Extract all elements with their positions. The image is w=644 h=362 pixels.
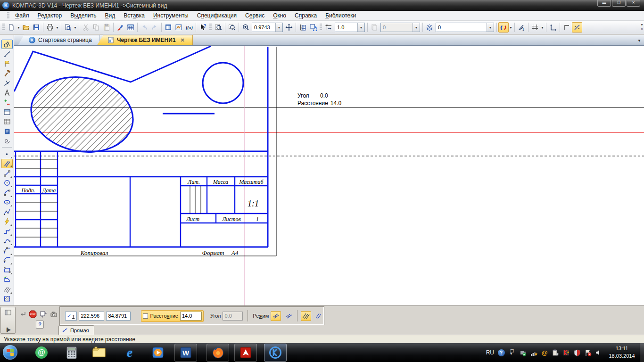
mode-hatch-on-button[interactable] <box>301 311 311 321</box>
print-button[interactable] <box>45 22 55 33</box>
hatch-tool-button[interactable] <box>1 294 13 304</box>
menu-справка[interactable]: Справка <box>290 11 321 20</box>
rectangle-tool-button[interactable] <box>1 265 13 275</box>
dock-expand-icon[interactable]: ▐▶ <box>5 328 11 332</box>
create-object-button[interactable] <box>18 310 27 319</box>
designations-panel-button[interactable] <box>1 59 13 68</box>
mode-hatch-off-button[interactable] <box>313 311 323 321</box>
equidistant-tool-button[interactable] <box>1 285 13 294</box>
point-tool-button[interactable] <box>1 149 13 159</box>
distance-field[interactable]: 14.0 <box>180 312 202 321</box>
menu-спецификация[interactable]: Спецификация <box>193 11 241 20</box>
snaps-dropdown-icon[interactable]: ▼ <box>509 22 513 33</box>
taskbar-acrobat[interactable] <box>234 344 257 362</box>
grid-button[interactable] <box>530 22 540 33</box>
taskbar-explorer[interactable] <box>88 344 110 362</box>
copy-properties-button[interactable] <box>115 22 125 33</box>
mode-one-line-button[interactable] <box>283 311 293 321</box>
menu-файл[interactable]: Файл <box>11 11 33 20</box>
taskbar-internet-explorer[interactable]: e <box>118 344 141 362</box>
geometry-panel-button[interactable] <box>1 40 13 49</box>
save-document-button[interactable] <box>31 22 41 33</box>
parameterization-toggle-button[interactable]: 1 <box>516 22 527 33</box>
variables-button[interactable] <box>173 22 184 33</box>
cut-button[interactable] <box>81 22 91 33</box>
grid-dropdown-icon[interactable]: ▼ <box>540 22 545 33</box>
fillet-tool-button[interactable] <box>1 255 13 265</box>
taskbar-media-player[interactable] <box>147 344 169 362</box>
mode-two-lines-button[interactable] <box>271 311 281 321</box>
mailru-tray-icon[interactable]: @ <box>541 349 548 356</box>
circle-tool-button[interactable] <box>1 178 13 188</box>
copy-layer-button[interactable] <box>369 22 380 33</box>
menu-редактор[interactable]: Редактор <box>33 11 66 20</box>
change-scale-button[interactable] <box>297 22 308 33</box>
zoom-in-button[interactable] <box>240 22 251 33</box>
spline-tool-button[interactable] <box>1 217 13 226</box>
paste-button[interactable] <box>101 22 112 33</box>
bezier-tool-button[interactable] <box>1 236 13 246</box>
restart-command-button[interactable] <box>39 310 48 319</box>
cursor-step-button[interactable] <box>323 22 334 33</box>
usb-device-icon[interactable] <box>519 349 527 356</box>
snaps-button[interactable] <box>498 22 509 33</box>
refresh-view-button[interactable] <box>308 22 318 33</box>
zoom-selected-button[interactable] <box>213 22 223 33</box>
context-help-button[interactable]: ? <box>198 22 208 33</box>
show-desktop-button[interactable] <box>640 343 644 362</box>
auxiliary-line-tool-button[interactable] <box>1 159 13 168</box>
y-coordinate-field[interactable]: 84.8791 <box>106 312 131 321</box>
layers-button[interactable] <box>424 22 435 33</box>
new-document-button[interactable] <box>6 22 17 33</box>
drawing-hatched-ellipse[interactable] <box>25 69 140 161</box>
print-preview-button[interactable] <box>63 22 73 33</box>
kaspersky-tray-icon[interactable] <box>562 349 570 356</box>
show-hidden-icons[interactable]: ❐▾ <box>508 349 516 356</box>
distance-checkbox[interactable] <box>143 313 148 319</box>
chamfer-tool-button[interactable] <box>1 246 13 255</box>
menu-библиотеки[interactable]: Библиотеки <box>321 11 360 20</box>
print-preview-dropdown-icon[interactable]: ▼ <box>73 22 77 33</box>
copies-combo[interactable]: 0▼ <box>380 23 420 32</box>
param-help-button[interactable]: ? <box>36 321 44 329</box>
arc-tool-button[interactable] <box>1 188 13 197</box>
fx-button[interactable]: f(x) <box>184 22 194 33</box>
reports-panel-button[interactable] <box>1 127 13 136</box>
copy-button[interactable] <box>91 22 101 33</box>
ortho-corner-button[interactable] <box>561 22 572 33</box>
pan-button[interactable] <box>284 22 294 33</box>
language-indicator[interactable]: RU <box>486 349 494 356</box>
dimensions-panel-button[interactable] <box>1 49 13 59</box>
selection-panel-button[interactable] <box>1 98 13 107</box>
drawing-circle[interactable] <box>203 63 243 103</box>
point-lock-indicator[interactable]: ✓т <box>65 312 77 321</box>
segment-tool-button[interactable] <box>1 169 13 178</box>
properties-table-button[interactable] <box>125 22 136 33</box>
interrupt-command-button[interactable]: STOP <box>28 309 37 319</box>
new-document-dropdown-icon[interactable]: ▼ <box>17 22 21 33</box>
antivirus-shield-icon[interactable] <box>573 349 581 356</box>
drawing-polyline[interactable] <box>14 46 211 91</box>
taskbar-kompas[interactable] <box>264 344 287 362</box>
taskbar-mailru-agent[interactable]: @ <box>30 344 53 362</box>
polyline-tool-button[interactable] <box>1 227 13 236</box>
menu-выделить[interactable]: Выделить <box>66 11 100 20</box>
close-button[interactable]: ✕ <box>627 0 640 7</box>
roundoff-button[interactable] <box>572 22 582 33</box>
print-dropdown-icon[interactable]: ▼ <box>55 22 59 33</box>
layer-combo[interactable]: 0▼ <box>436 23 494 32</box>
drawing-canvas[interactable]: Подп.ДатаЛит.МассаМасштаб1:1ЛистЛистов1К… <box>14 46 644 305</box>
open-document-button[interactable] <box>21 22 31 33</box>
zoom-area-button[interactable] <box>227 22 237 33</box>
menu-вставка[interactable]: Вставка <box>119 11 149 20</box>
step-combo[interactable]: 1.0▼ <box>335 23 365 32</box>
collect-contour-tool-button[interactable] <box>1 275 13 284</box>
taskbar-firefox[interactable] <box>206 344 229 362</box>
menu-сервис[interactable]: Сервис <box>241 11 269 20</box>
snapshot-button[interactable] <box>49 310 58 319</box>
minimize-button[interactable]: ▬ <box>597 0 611 7</box>
insertions-panel-button[interactable] <box>1 136 13 146</box>
x-coordinate-field[interactable]: 222.596 <box>79 312 104 321</box>
tab-drawing[interactable]: Чертеж БЕЗ ИМЕНИ1 ✕ <box>97 35 193 45</box>
continuous-input-tool-button[interactable] <box>1 207 13 217</box>
